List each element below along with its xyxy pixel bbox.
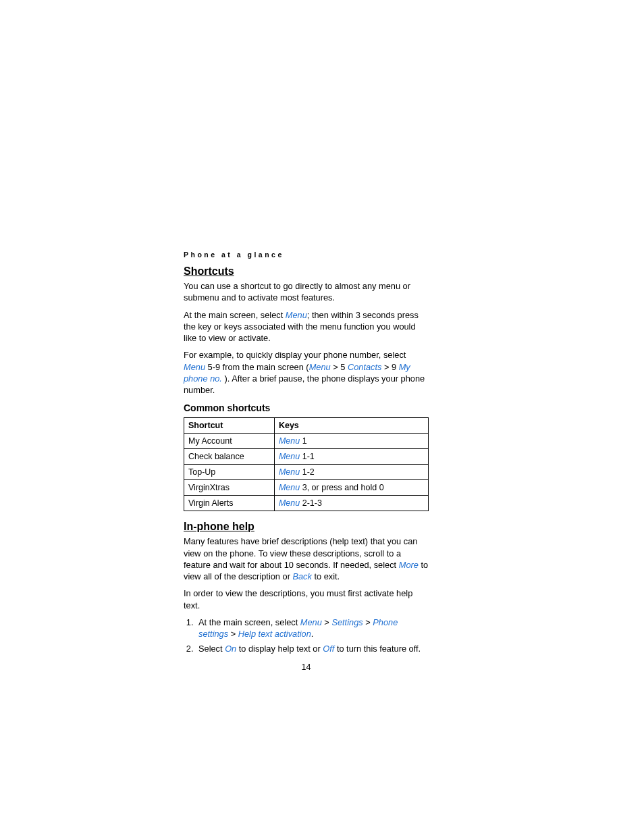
table-header-row: Shortcut Keys bbox=[184, 418, 429, 434]
menu-ref: Menu bbox=[300, 617, 322, 627]
table-row: Check balance Menu 1-1 bbox=[184, 449, 429, 465]
off-ref: Off bbox=[323, 644, 334, 654]
text: to display help text or bbox=[236, 644, 323, 654]
keys-cell: Menu 1 bbox=[274, 434, 428, 449]
text: Select bbox=[198, 644, 225, 654]
inphone-p2: In order to view the descriptions, you m… bbox=[184, 588, 429, 611]
text: . bbox=[311, 629, 314, 639]
more-ref: More bbox=[399, 560, 419, 570]
text: 1-1 bbox=[300, 452, 315, 461]
keys-cell: Menu 1-1 bbox=[274, 449, 428, 465]
keys-cell: Menu 2-1-3 bbox=[274, 496, 428, 511]
shortcuts-table: Shortcut Keys My Account Menu 1 Check ba… bbox=[184, 417, 429, 511]
text: At the main screen, select bbox=[198, 617, 300, 627]
step-2: Select On to display help text or Off to… bbox=[196, 643, 429, 654]
text: 1-2 bbox=[300, 467, 315, 477]
common-shortcuts-heading: Common shortcuts bbox=[184, 402, 429, 413]
menu-ref: Menu bbox=[279, 483, 300, 492]
menu-ref: Menu bbox=[279, 452, 300, 461]
table-row: Virgin Alerts Menu 2-1-3 bbox=[184, 496, 429, 511]
back-ref: Back bbox=[292, 571, 311, 581]
shortcut-cell: Top-Up bbox=[184, 465, 275, 480]
text: 2-1-3 bbox=[300, 498, 322, 508]
col-keys: Keys bbox=[274, 418, 428, 434]
table-row: My Account Menu 1 bbox=[184, 434, 429, 449]
menu-ref: Menu bbox=[279, 498, 300, 508]
menu-ref: Menu bbox=[286, 310, 307, 320]
running-head: Phone at a glance bbox=[184, 251, 429, 259]
shortcuts-heading: Shortcuts bbox=[184, 265, 429, 278]
help-text-activation-ref: Help text activation bbox=[238, 629, 311, 639]
steps-list: At the main screen, select Menu > Settin… bbox=[196, 617, 429, 654]
text: > bbox=[363, 617, 373, 627]
table-row: VirginXtras Menu 3, or press and hold 0 bbox=[184, 480, 429, 496]
text: > bbox=[322, 617, 332, 627]
keys-cell: Menu 3, or press and hold 0 bbox=[274, 480, 428, 496]
table-row: Top-Up Menu 1-2 bbox=[184, 465, 429, 480]
text: > 5 bbox=[331, 362, 348, 372]
shortcuts-intro: You can use a shortcut to go directly to… bbox=[184, 280, 429, 304]
step-1: At the main screen, select Menu > Settin… bbox=[196, 617, 429, 640]
shortcut-cell: Virgin Alerts bbox=[184, 496, 275, 511]
text: For example, to quickly display your pho… bbox=[184, 350, 406, 360]
keys-cell: Menu 1-2 bbox=[274, 465, 428, 480]
col-shortcut: Shortcut bbox=[184, 418, 275, 434]
inphone-p1: Many features have brief descriptions (h… bbox=[184, 536, 429, 582]
menu-ref: Menu bbox=[309, 362, 331, 372]
shortcut-cell: My Account bbox=[184, 434, 275, 449]
text: At the main screen, select bbox=[184, 310, 286, 320]
contacts-ref: Contacts bbox=[348, 362, 382, 372]
shortcut-cell: VirginXtras bbox=[184, 480, 275, 496]
text: 5-9 from the main screen ( bbox=[205, 362, 309, 372]
on-ref: On bbox=[225, 644, 236, 654]
menu-ref: Menu bbox=[279, 436, 300, 446]
text: > bbox=[228, 629, 238, 639]
menu-ref: Menu bbox=[184, 362, 205, 372]
shortcuts-p2: At the main screen, select Menu; then wi… bbox=[184, 309, 429, 344]
text: to exit. bbox=[312, 571, 340, 581]
page-content: Phone at a glance Shortcuts You can use … bbox=[184, 251, 429, 657]
settings-ref: Settings bbox=[331, 617, 363, 627]
text: 3, or press and hold 0 bbox=[300, 483, 383, 492]
text: 1 bbox=[300, 436, 306, 446]
text: Many features have brief descriptions (h… bbox=[184, 536, 417, 570]
shortcuts-p3: For example, to quickly display your pho… bbox=[184, 349, 429, 396]
shortcut-cell: Check balance bbox=[184, 449, 275, 465]
text: > 9 bbox=[381, 362, 398, 372]
inphone-help-heading: In-phone help bbox=[184, 521, 429, 533]
page-number: 14 bbox=[184, 662, 429, 672]
menu-ref: Menu bbox=[279, 467, 300, 477]
text: to turn this feature off. bbox=[334, 644, 421, 654]
